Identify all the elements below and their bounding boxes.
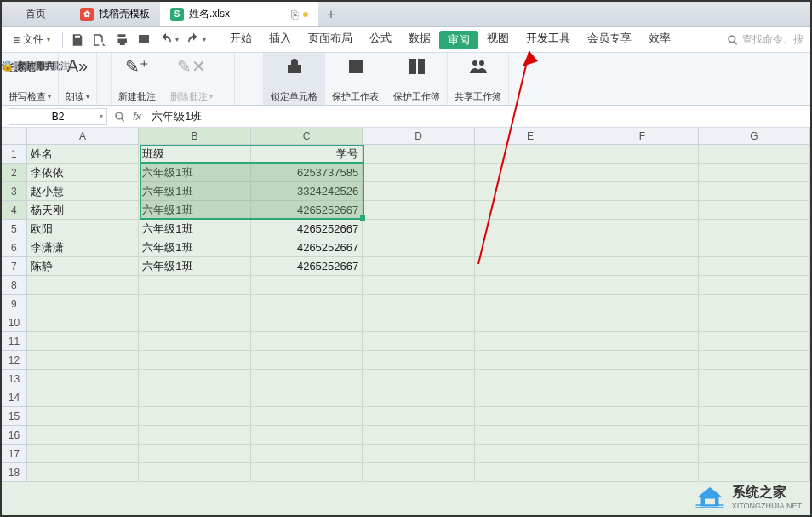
cell[interactable] [699,313,810,332]
cell[interactable] [363,407,474,426]
name-box[interactable]: B2 ▾ [9,108,107,125]
cell[interactable] [27,351,139,370]
row-header[interactable]: 16 [2,426,27,445]
cell[interactable] [251,276,363,295]
cell[interactable]: 陈静 [27,257,139,276]
cell[interactable] [363,445,474,463]
cell[interactable] [699,445,810,463]
print-icon[interactable] [114,32,129,48]
cell[interactable]: 学号 [251,145,363,164]
menu-start[interactable]: 开始 [221,31,260,49]
tab-template[interactable]: ✿ 找稻壳模板 [70,2,160,26]
undo-icon[interactable] [158,32,174,48]
row-header[interactable]: 17 [2,445,27,463]
cell[interactable] [699,426,810,445]
cell[interactable] [586,407,698,426]
cell[interactable] [363,426,474,445]
row-header[interactable]: 5 [2,220,27,238]
row-header[interactable]: 6 [2,238,27,257]
row-header[interactable]: 4 [2,201,27,220]
cell[interactable] [475,351,586,370]
chevron-down-icon[interactable]: ▾ [203,36,206,43]
cell[interactable]: 六年级1班 [139,201,250,220]
row-header[interactable]: 9 [2,295,27,313]
cell[interactable] [251,370,363,388]
row-header[interactable]: 10 [2,313,27,332]
row-header[interactable]: 3 [2,182,27,201]
cell[interactable] [251,463,363,482]
cell[interactable] [251,426,363,445]
cell[interactable] [586,426,698,445]
cell[interactable] [363,145,474,164]
cell[interactable] [363,332,474,351]
cell[interactable] [251,445,363,463]
cell[interactable] [475,388,586,407]
cell[interactable] [699,370,810,388]
cell[interactable] [699,238,810,257]
cell[interactable] [475,182,586,201]
cell[interactable]: 杨天刚 [27,201,139,220]
cell[interactable]: 班级 [139,145,250,164]
menu-formula[interactable]: 公式 [361,31,400,49]
menu-insert[interactable]: 插入 [260,31,300,49]
tab-home[interactable]: 首页 [2,2,70,26]
cell[interactable] [363,201,474,220]
formula-input[interactable]: 六年级1班 [148,109,803,124]
cell[interactable] [363,463,474,482]
cell[interactable] [139,463,250,482]
cell[interactable] [699,182,810,201]
tab-file-active[interactable]: S 姓名.xlsx ⎘ [160,2,318,26]
cell[interactable] [27,407,139,426]
col-header-E[interactable]: E [475,128,586,145]
cell[interactable]: 4265252667 [251,257,363,276]
cell[interactable]: 4265252667 [251,220,363,238]
cell[interactable] [363,295,474,313]
menu-review[interactable]: 审阅 [439,31,478,49]
cell[interactable] [363,388,474,407]
cell[interactable] [363,313,474,332]
menu-data[interactable]: 数据 [400,31,439,49]
cell[interactable] [699,145,810,164]
cell[interactable] [363,164,474,182]
cell[interactable]: 李依依 [27,164,139,182]
cell[interactable] [586,238,698,257]
cell[interactable] [27,388,139,407]
cell[interactable] [27,463,139,482]
cell[interactable] [586,145,698,164]
cell[interactable] [139,370,250,388]
cell[interactable] [139,445,250,463]
cell[interactable] [586,164,698,182]
command-search[interactable]: 查找命令、搜 [727,32,803,47]
cell[interactable] [251,351,363,370]
cell[interactable] [475,445,586,463]
cell[interactable] [699,257,810,276]
row-header[interactable]: 1 [2,145,27,164]
menu-pagelayout[interactable]: 页面布局 [300,31,361,49]
cell[interactable] [139,295,250,313]
col-header-G[interactable]: G [699,128,810,145]
cell[interactable]: 六年级1班 [139,220,250,238]
cell[interactable]: 欧阳 [27,220,139,238]
cell[interactable] [699,351,810,370]
cell[interactable] [586,463,698,482]
cell[interactable] [586,201,698,220]
cell[interactable] [586,388,698,407]
cell[interactable] [363,351,474,370]
cell[interactable]: 3324242526 [251,182,363,201]
cell[interactable] [699,220,810,238]
cell[interactable] [27,276,139,295]
row-header[interactable]: 15 [2,407,27,426]
cell[interactable] [586,257,698,276]
cell[interactable]: 4265252667 [251,201,363,220]
cell[interactable] [27,313,139,332]
cell[interactable] [586,220,698,238]
cell[interactable] [699,201,810,220]
cell[interactable] [586,295,698,313]
cell[interactable] [699,332,810,351]
cell[interactable] [363,220,474,238]
fx-icon[interactable]: fx [133,110,141,123]
row-header[interactable]: 8 [2,276,27,295]
cell[interactable] [586,351,698,370]
cell[interactable] [475,276,586,295]
cell[interactable] [699,463,810,482]
